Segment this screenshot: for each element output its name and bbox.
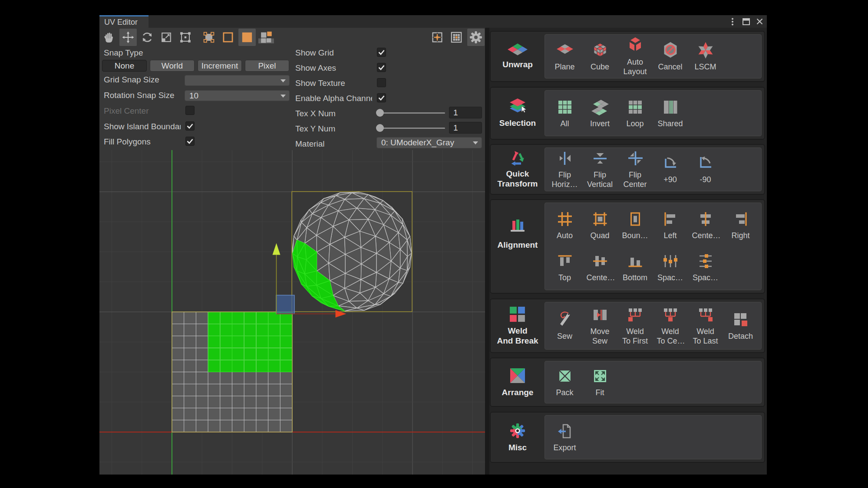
move-sew-button[interactable]: Move Sew	[582, 306, 617, 346]
auto-layout-button[interactable]: Auto Layout	[617, 37, 653, 76]
export-button[interactable]: Export	[547, 422, 582, 452]
item-label: Plane	[554, 62, 574, 72]
desktop: UV Editor	[0, 0, 868, 488]
plane-button[interactable]: Plane	[547, 42, 582, 72]
tex-x-num-field[interactable]: 1	[449, 107, 482, 118]
pixel-center-checkbox[interactable]	[185, 106, 195, 115]
dropdown-arrow-icon	[473, 141, 478, 144]
move-tool-button[interactable]	[119, 29, 137, 46]
tex-x-slider-track[interactable]	[380, 112, 445, 114]
uv-settings: Snap Type None World Increment Pixel Gri…	[99, 46, 485, 150]
flip-vertical-button[interactable]: Flip Vertical	[582, 150, 617, 189]
select-invert-button[interactable]: Invert	[582, 98, 617, 128]
align-bottom-button[interactable]: Bottom	[617, 252, 653, 282]
snap-increment-button[interactable]: Increment	[198, 60, 242, 72]
weld-to-center-button[interactable]: Weld To Ce…	[653, 306, 688, 346]
settings-view-button[interactable]	[467, 29, 485, 46]
rotate-plus-90-button[interactable]: +90	[653, 154, 688, 184]
sew-icon	[556, 311, 574, 328]
tex-y-slider-track[interactable]	[380, 128, 445, 129]
tex-y-num-field[interactable]: 1	[449, 122, 482, 134]
pack-button[interactable]: Pack	[547, 367, 582, 397]
sew-button[interactable]: Sew	[547, 311, 582, 341]
fill-polygons-checkbox[interactable]	[185, 137, 195, 146]
rotate-minus-90-button[interactable]: -90	[688, 154, 723, 184]
flip-horizontal-button[interactable]: Flip Horiz…	[547, 150, 582, 189]
uv-toolbar	[99, 28, 485, 46]
material-dropdown[interactable]: 0: UModelerX_Gray	[376, 137, 482, 148]
align-spacing-v-button[interactable]: Spac…	[688, 252, 723, 282]
select-loop-button[interactable]: Loop	[617, 98, 653, 128]
group-misc-header: Misc	[491, 413, 545, 462]
select-all-icon	[556, 98, 574, 116]
edge-mode-button[interactable]	[219, 29, 237, 46]
island-mode-button[interactable]	[257, 29, 275, 46]
uv-editor-window: UV Editor	[99, 15, 767, 475]
align-left-button[interactable]: Left	[653, 210, 688, 240]
select-all-button[interactable]: All	[547, 98, 582, 128]
show-texture-checkbox[interactable]	[377, 78, 386, 87]
select-shared-button[interactable]: Shared	[653, 98, 688, 128]
rotate-tool-button[interactable]	[139, 29, 156, 46]
group-unwrap-label: Unwrap	[502, 59, 533, 69]
align-center-h-button[interactable]: Cente…	[688, 210, 723, 240]
align-right-button[interactable]: Right	[723, 210, 758, 240]
show-grid-checkbox[interactable]	[377, 48, 386, 57]
enable-alpha-channel-checkbox[interactable]	[377, 93, 386, 102]
window-close-button[interactable]	[755, 17, 764, 26]
item-label: Weld To Ce…	[657, 327, 684, 346]
item-label: Weld To Last	[692, 327, 719, 346]
face-mode-button[interactable]	[238, 29, 256, 46]
align-center-v-button[interactable]: Cente…	[582, 252, 617, 282]
pan-tool-button[interactable]	[100, 29, 118, 46]
pane-divider[interactable]	[485, 28, 489, 475]
group-selection-items: All Invert Loop Shared	[545, 90, 762, 136]
tile-view-button[interactable]	[448, 29, 465, 46]
rect-transform-icon	[179, 31, 192, 44]
lscm-button[interactable]: LSCM	[688, 42, 723, 72]
tex-x-slider-knob[interactable]	[376, 109, 384, 117]
cancel-button[interactable]: Cancel	[653, 42, 688, 72]
fit-button[interactable]: Fit	[582, 367, 617, 397]
align-bounds-button[interactable]: Boun…	[617, 210, 653, 240]
detach-button[interactable]: Detach	[723, 311, 758, 341]
enable-alpha-channel-label: Enable Alpha Channel	[295, 94, 372, 103]
tile-view-icon	[450, 31, 463, 44]
show-island-boundary-checkbox[interactable]	[185, 121, 195, 131]
cube-button[interactable]: Cube	[582, 42, 617, 72]
align-quad-button[interactable]: Quad	[582, 210, 617, 240]
rotation-snap-size-dropdown[interactable]: 10	[185, 90, 290, 101]
item-label: -90	[700, 175, 711, 184]
group-selection: Selection All Invert Loop Shared	[490, 87, 765, 140]
weld-to-first-button[interactable]: Weld To First	[617, 306, 653, 346]
snap-none-button[interactable]: None	[102, 60, 147, 72]
window-maximize-button[interactable]	[741, 17, 751, 26]
snap-pixel-button[interactable]: Pixel	[245, 60, 289, 72]
item-label: Auto	[557, 231, 573, 240]
material-value: 0: UModelerX_Gray	[381, 138, 454, 147]
scale-tool-button[interactable]	[158, 29, 175, 46]
vertex-mode-button[interactable]	[200, 29, 218, 46]
show-axes-checkbox[interactable]	[377, 63, 386, 72]
align-spacing-h-button[interactable]: Spac…	[653, 252, 688, 282]
snap-world-button[interactable]: World	[150, 60, 195, 72]
tex-y-slider-knob[interactable]	[376, 124, 384, 132]
show-grid-label: Show Grid	[295, 48, 334, 58]
quad-view-button[interactable]	[429, 29, 446, 46]
uv-canvas-viewport[interactable]	[99, 150, 485, 475]
align-left-icon	[662, 210, 679, 228]
select-loop-icon	[627, 98, 644, 116]
item-label: +90	[663, 175, 677, 184]
move-icon	[122, 31, 135, 44]
group-unwrap: Unwrap Plane Cube Auto Layout Cancel LSC…	[490, 31, 765, 82]
weld-to-last-button[interactable]: Weld To Last	[688, 306, 723, 346]
rect-transform-tool-button[interactable]	[177, 29, 194, 46]
group-weld-and-break-label: Weld And Break	[491, 326, 545, 346]
align-top-button[interactable]: Top	[547, 252, 582, 282]
align-auto-button[interactable]: Auto	[547, 210, 582, 240]
tab-uv-editor[interactable]: UV Editor	[99, 15, 149, 28]
grid-snap-size-dropdown[interactable]	[185, 75, 290, 86]
pixel-center-label: Pixel Center	[104, 106, 149, 116]
window-menu-button[interactable]	[728, 17, 737, 26]
flip-center-button[interactable]: Flip Center	[617, 150, 653, 189]
